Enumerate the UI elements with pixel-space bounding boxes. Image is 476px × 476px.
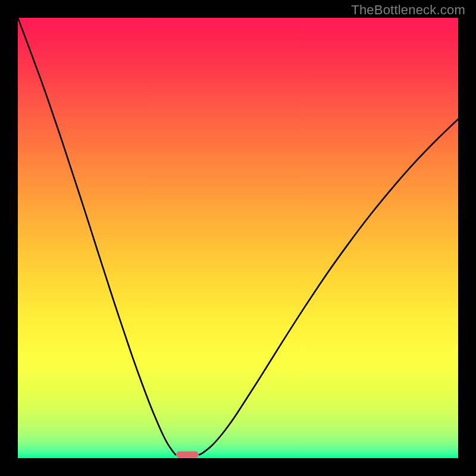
watermark-text: TheBottleneck.com [351,2,465,18]
chart-svg [18,18,458,458]
chart-frame: TheBottleneck.com [0,0,476,476]
bottleneck-marker [176,452,198,458]
gradient-background [18,18,458,458]
plot-area [18,18,458,458]
